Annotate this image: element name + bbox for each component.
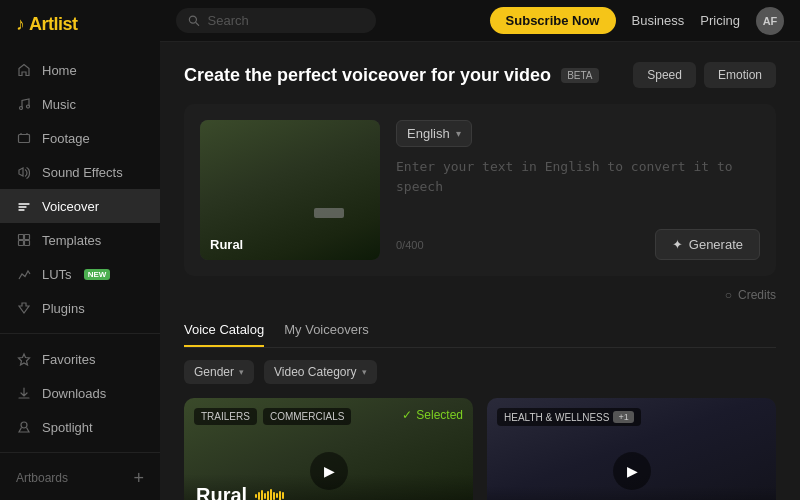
chevron-down-icon: ▾ xyxy=(456,128,461,139)
chevron-down-icon: ▾ xyxy=(239,367,244,377)
waveform-icon xyxy=(255,488,284,501)
chevron-down-icon: ▾ xyxy=(362,367,367,377)
tab-my-voiceovers[interactable]: My Voiceovers xyxy=(284,314,369,347)
main-area: Subscribe Now Business Pricing AF Create… xyxy=(160,0,800,500)
svg-rect-2 xyxy=(19,135,30,143)
gender-filter[interactable]: Gender ▾ xyxy=(184,360,254,384)
footage-icon xyxy=(16,130,32,146)
svg-point-7 xyxy=(21,422,27,428)
downloads-icon xyxy=(16,385,32,401)
language-selector[interactable]: English ▾ xyxy=(396,120,472,147)
generate-button[interactable]: ✦ Generate xyxy=(655,229,760,260)
sidebar-label-voiceover: Voiceover xyxy=(42,199,99,214)
emotion-button[interactable]: Emotion xyxy=(704,62,776,88)
voice-card-focus[interactable]: Health & Wellness +1 ▶ Focus Male | A gr… xyxy=(487,398,776,500)
logo[interactable]: ♪ Artlist xyxy=(0,0,160,49)
rural-tag-trailers: Trailers xyxy=(194,408,257,425)
top-nav: Subscribe Now Business Pricing AF xyxy=(160,0,800,42)
svg-rect-6 xyxy=(25,241,30,246)
voiceover-textarea[interactable] xyxy=(396,157,760,219)
search-icon xyxy=(188,14,200,27)
sidebar-item-luts[interactable]: LUTs NEW xyxy=(0,257,160,291)
plugins-icon xyxy=(16,300,32,316)
thumb-car-decoration xyxy=(314,208,344,218)
sidebar-label-home: Home xyxy=(42,63,77,78)
play-icon: ▶ xyxy=(627,463,638,479)
sidebar-label-downloads: Downloads xyxy=(42,386,106,401)
voiceover-icon xyxy=(16,198,32,214)
play-button-focus[interactable]: ▶ xyxy=(613,452,651,490)
pricing-link[interactable]: Pricing xyxy=(700,13,740,28)
generate-icon: ✦ xyxy=(672,237,683,252)
header-buttons: Speed Emotion xyxy=(633,62,776,88)
thumb-background: Rural xyxy=(200,120,380,260)
title-wrap: Create the perfect voiceover for your vi… xyxy=(184,65,599,86)
vo-input-area: English ▾ 0/400 ✦ Generate xyxy=(396,120,760,260)
music-icon xyxy=(16,96,32,112)
sidebar-item-templates[interactable]: Templates xyxy=(0,223,160,257)
svg-rect-5 xyxy=(19,241,24,246)
char-count: 0/400 xyxy=(396,239,424,251)
sidebar-item-music[interactable]: Music xyxy=(0,87,160,121)
sidebar-label-favorites: Favorites xyxy=(42,352,95,367)
sidebar-label-plugins: Plugins xyxy=(42,301,85,316)
tabs: Voice Catalog My Voiceovers xyxy=(184,314,776,348)
home-icon xyxy=(16,62,32,78)
focus-tags: Health & Wellness +1 xyxy=(497,408,641,426)
favorites-icon xyxy=(16,351,32,367)
sidebar-label-sfx: Sound Effects xyxy=(42,165,123,180)
sidebar-item-spotlight[interactable]: Spotlight xyxy=(0,410,160,444)
page-header: Create the perfect voiceover for your vi… xyxy=(184,62,776,88)
focus-card-info: Focus Male | A grounded, confident voice… xyxy=(487,486,776,500)
search-bar[interactable] xyxy=(176,8,376,33)
luts-icon xyxy=(16,266,32,282)
sidebar-item-downloads[interactable]: Downloads xyxy=(0,376,160,410)
focus-name: Focus xyxy=(499,496,764,500)
svg-point-8 xyxy=(189,16,196,23)
rural-tag-commercials: Commercials xyxy=(263,408,351,425)
voice-cards: Trailers Commercials ✓ Selected ▶ Rural xyxy=(184,398,776,500)
sidebar-label-footage: Footage xyxy=(42,131,90,146)
credits-row[interactable]: ○ Credits xyxy=(184,288,776,302)
avatar[interactable]: AF xyxy=(756,7,784,35)
sidebar-label-spotlight: Spotlight xyxy=(42,420,93,435)
svg-rect-4 xyxy=(25,235,30,240)
sidebar-item-footage[interactable]: Footage xyxy=(0,121,160,155)
tag-plus: +1 xyxy=(613,411,633,423)
sidebar-divider xyxy=(0,333,160,334)
sidebar-item-sound-effects[interactable]: Sound Effects xyxy=(0,155,160,189)
tab-voice-catalog[interactable]: Voice Catalog xyxy=(184,314,264,347)
business-link[interactable]: Business xyxy=(632,13,685,28)
search-input[interactable] xyxy=(208,13,364,28)
svg-point-0 xyxy=(20,107,23,110)
credits-label: Credits xyxy=(738,288,776,302)
artboards-section: Artboards + xyxy=(0,461,160,495)
video-category-filter[interactable]: Video Category ▾ xyxy=(264,360,377,384)
content-area: Create the perfect voiceover for your vi… xyxy=(160,42,800,500)
rural-tags: Trailers Commercials xyxy=(194,408,351,425)
sidebar-item-voiceover[interactable]: Voiceover xyxy=(0,189,160,223)
voice-card-rural[interactable]: Trailers Commercials ✓ Selected ▶ Rural xyxy=(184,398,473,500)
svg-point-1 xyxy=(27,105,30,108)
artboards-add-button[interactable]: + xyxy=(133,469,144,487)
sidebar: ♪ Artlist Home Music Footage xyxy=(0,0,160,500)
vo-footer: 0/400 ✦ Generate xyxy=(396,229,760,260)
video-category-label: Video Category xyxy=(274,365,357,379)
generate-label: Generate xyxy=(689,237,743,252)
checkmark-icon: ✓ xyxy=(402,408,412,422)
sidebar-item-favorites[interactable]: Favorites xyxy=(0,342,160,376)
subscribe-button[interactable]: Subscribe Now xyxy=(490,7,616,34)
selected-label: Selected xyxy=(416,408,463,422)
thumbnail: Rural xyxy=(200,120,380,260)
artboards-label: Artboards xyxy=(16,471,68,485)
sidebar-item-home[interactable]: Home xyxy=(0,53,160,87)
logo-text: Artlist xyxy=(29,14,78,35)
rural-name: Rural xyxy=(196,484,461,500)
sidebar-label-luts: LUTs xyxy=(42,267,72,282)
rural-card-info: Rural Male | Transport your audience wit… xyxy=(184,474,473,500)
sidebar-item-plugins[interactable]: Plugins xyxy=(0,291,160,325)
beta-badge: BETA xyxy=(561,68,598,83)
gender-filter-label: Gender xyxy=(194,365,234,379)
svg-rect-3 xyxy=(19,235,24,240)
speed-button[interactable]: Speed xyxy=(633,62,696,88)
